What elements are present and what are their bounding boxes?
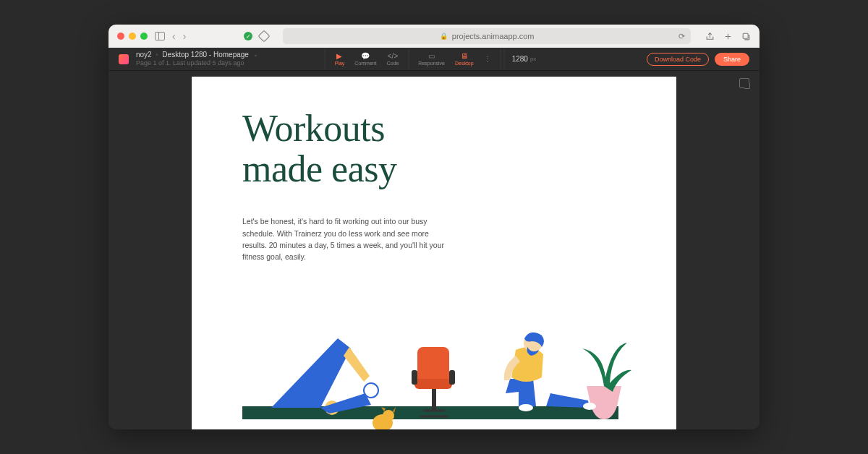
responsive-tool[interactable]: ▭ Responsive <box>413 52 450 66</box>
lock-icon: 🔒 <box>440 33 448 40</box>
project-name[interactable]: noy2 <box>136 51 152 59</box>
app-toolbar: noy2 › Desktop 1280 - Homepage ⌄ Page 1 … <box>109 48 760 71</box>
download-code-button[interactable]: Download Code <box>647 53 709 66</box>
browser-window: ‹ › ✓ 🔒 projects.animaapp.com ⟳ noy2 › D… <box>109 25 760 429</box>
breadcrumb: noy2 › Desktop 1280 - Homepage ⌄ Page 1 … <box>136 51 258 67</box>
svg-rect-0 <box>743 33 748 38</box>
viewport-width-value: 1280 <box>512 55 528 63</box>
mode-tools: ▶ Play 💬 Comment </> Code <box>325 49 409 69</box>
svg-point-10 <box>364 383 378 398</box>
svg-rect-3 <box>414 379 452 389</box>
desktop-tool[interactable]: 🖥 Desktop <box>450 52 479 66</box>
chevron-right-icon: › <box>156 51 158 59</box>
extension-icon[interactable]: ✓ <box>244 32 252 40</box>
app-logo-icon[interactable] <box>119 54 129 64</box>
svg-point-12 <box>383 410 394 421</box>
rendered-page: Workouts made easy Let's be honest, it's… <box>192 77 676 429</box>
page-headline: Workouts made easy <box>242 108 647 189</box>
new-tab-icon[interactable] <box>723 32 733 41</box>
center-tools: ▶ Play 💬 Comment </> Code ▭ Responsive <box>325 49 544 69</box>
minimize-window-button[interactable] <box>129 33 136 40</box>
viewport-unit: px <box>530 56 536 62</box>
more-icon: ⋮ <box>484 55 491 63</box>
canvas-area: Workouts made easy Let's be honest, it's… <box>109 71 760 429</box>
comment-icon: 💬 <box>361 52 370 60</box>
tabs-icon[interactable] <box>741 32 751 41</box>
responsive-icon: ▭ <box>428 52 435 60</box>
close-window-button[interactable] <box>117 33 124 40</box>
svg-point-15 <box>583 403 596 410</box>
svg-rect-8 <box>449 370 455 385</box>
forward-button[interactable]: › <box>183 30 187 42</box>
window-controls <box>117 33 148 40</box>
privacy-shield-icon[interactable] <box>258 30 271 43</box>
comment-tool[interactable]: 💬 Comment <box>349 52 381 66</box>
share-button[interactable]: Share <box>715 53 749 66</box>
reload-icon[interactable]: ⟳ <box>678 32 685 41</box>
url-text: projects.animaapp.com <box>452 32 535 40</box>
page-name[interactable]: Desktop 1280 - Homepage <box>162 51 249 59</box>
svg-point-14 <box>519 404 533 411</box>
sidebar-toggle-icon[interactable] <box>155 32 165 40</box>
code-icon: </> <box>388 52 398 60</box>
device-tools: ▭ Responsive 🖥 Desktop ⋮ <box>409 49 501 69</box>
maximize-window-button[interactable] <box>140 33 148 40</box>
fullscreen-icon[interactable] <box>739 78 749 88</box>
more-tool[interactable]: ⋮ <box>479 55 496 63</box>
hero-illustration <box>242 298 647 429</box>
browser-toolbar: ‹ › ✓ 🔒 projects.animaapp.com ⟳ <box>109 25 760 48</box>
play-icon: ▶ <box>336 52 342 60</box>
code-tool[interactable]: </> Code <box>382 52 404 66</box>
desktop-icon: 🖥 <box>461 52 468 60</box>
page-body-copy: Let's be honest, it's hard to fit workin… <box>242 215 445 262</box>
app-right-actions: Download Code Share <box>647 53 749 66</box>
play-tool[interactable]: ▶ Play <box>330 52 350 66</box>
share-icon[interactable] <box>705 32 715 41</box>
chevron-down-icon[interactable]: ⌄ <box>253 51 258 59</box>
back-button[interactable]: ‹ <box>172 30 176 42</box>
svg-rect-7 <box>412 370 417 385</box>
viewport-size[interactable]: 1280 px <box>504 49 544 69</box>
page-subtitle: Page 1 of 1. Last updated 5 days ago <box>136 59 258 67</box>
nav-arrows: ‹ › <box>172 30 186 42</box>
browser-right-tools <box>705 32 751 41</box>
address-bar[interactable]: 🔒 projects.animaapp.com ⟳ <box>283 28 691 44</box>
svg-rect-4 <box>432 389 436 411</box>
